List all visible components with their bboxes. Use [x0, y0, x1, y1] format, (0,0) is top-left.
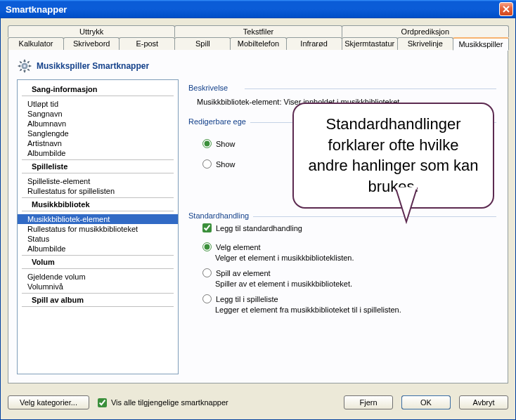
- tab-epost[interactable]: E-post: [119, 37, 175, 51]
- editable-radio-2[interactable]: [202, 159, 212, 169]
- clear-button[interactable]: Fjern: [344, 395, 393, 409]
- editable-radio-1-label: Show: [216, 140, 236, 148]
- tree-item[interactable]: Gjeldende volum: [18, 272, 178, 282]
- smartbutton-tree[interactable]: Sang-informasjonUtløpt tidSangnavnAlbumn…: [17, 79, 179, 374]
- defaultaction-opt1[interactable]: Velg element: [188, 240, 496, 254]
- titlebar: Smartknapper: [0, 0, 516, 18]
- defaultaction-opt3-desc: Legger et element fra musikkbiblioteket …: [188, 306, 496, 318]
- show-all-label: Vis alle tilgjengelige smartknapper: [111, 398, 228, 407]
- defaultaction-heading: Standardhandling: [188, 211, 496, 221]
- tree-item[interactable]: Utløpt tid: [18, 99, 178, 109]
- tab-infrarod[interactable]: Infrarød: [286, 37, 342, 51]
- defaultaction-opt2-title: Spill av element: [216, 269, 271, 277]
- tree-item[interactable]: Volumnivå: [18, 282, 178, 291]
- svg-point-1: [23, 65, 26, 67]
- tab-mobiltelefon[interactable]: Mobiltelefon: [230, 37, 286, 51]
- defaultaction-opt3[interactable]: Legg til i spilleliste: [188, 292, 496, 306]
- show-all-checkbox[interactable]: [98, 398, 107, 407]
- tab-ordprediksjon[interactable]: Ordprediksjon: [342, 25, 509, 37]
- help-callout-text: Standardhandlinger forklarer ofte hvilke…: [308, 115, 478, 195]
- defaultaction-opt2[interactable]: Spill av element: [188, 266, 496, 280]
- callout-tail-icon: [392, 188, 420, 223]
- defaultaction-checkbox[interactable]: [202, 223, 212, 232]
- tree-item[interactable]: Spilleliste-element: [18, 176, 178, 186]
- tab-skrivelinje[interactable]: Skrivelinje: [397, 37, 453, 51]
- tree-item[interactable]: Albumbilde: [18, 148, 178, 158]
- ok-button[interactable]: OK: [401, 395, 451, 409]
- tree-category: Sang-informasjon: [22, 83, 174, 96]
- cancel-button[interactable]: Avbryt: [459, 395, 508, 409]
- tree-category: Spilleliste: [22, 159, 174, 173]
- defaultaction-checkbox-label: Legg til standardhandling: [216, 224, 302, 232]
- show-all-toggle[interactable]: Vis alle tilgjengelige smartknapper: [98, 398, 228, 407]
- tree-item[interactable]: Artistnavn: [18, 138, 178, 148]
- tab-spill[interactable]: Spill: [174, 37, 231, 51]
- tab-row-2: Kalkulator Skrivebord E-post Spill Mobil…: [8, 37, 508, 51]
- defaultaction-opt1-desc: Velger et element i musikkbibliotekliste…: [188, 254, 496, 266]
- bottom-bar: Velg kategorier... Vis alle tilgjengelig…: [8, 393, 508, 412]
- defaultaction-radio-1[interactable]: [202, 242, 212, 251]
- tree-item[interactable]: Sanglengde: [18, 129, 178, 138]
- tab-strip: Uttrykk Tekstfiler Ordprediksjon Kalkula…: [8, 25, 508, 51]
- tab-skjermtastatur[interactable]: Skjermtastatur: [342, 37, 398, 51]
- tab-kalkulator[interactable]: Kalkulator: [8, 37, 64, 51]
- tab-tekstfiler[interactable]: Tekstfiler: [174, 25, 342, 37]
- defaultaction-opt1-title: Velg element: [216, 243, 261, 251]
- defaultaction-toggle[interactable]: Legg til standardhandling: [188, 221, 496, 235]
- tab-page: Musikkspiller Smartknapper Sang-informas…: [8, 50, 508, 383]
- gear-icon: [17, 58, 32, 74]
- tree-item[interactable]: Rullestatus for musikkbiblioteket: [18, 224, 178, 234]
- tree-item[interactable]: Albumnavn: [18, 119, 178, 129]
- page-title: Musikkspiller Smartknapper: [37, 61, 149, 71]
- tree-category: Spill av album: [22, 293, 174, 307]
- tab-row-1: Uttrykk Tekstfiler Ordprediksjon: [8, 25, 508, 37]
- tree-category: Volum: [22, 255, 174, 269]
- tree-item[interactable]: Status: [18, 234, 178, 244]
- tab-uttrykk[interactable]: Uttrykk: [8, 25, 175, 37]
- choose-categories-button[interactable]: Velg kategorier...: [8, 395, 89, 409]
- dialog-body: Uttrykk Tekstfiler Ordprediksjon Kalkula…: [0, 18, 516, 420]
- tree-item[interactable]: Albumbilde: [18, 244, 178, 254]
- defaultaction-opt2-desc: Spiller av et element i musikkbiblioteke…: [188, 280, 496, 292]
- editable-radio-1[interactable]: [202, 139, 212, 148]
- tree-item[interactable]: Musikkbibliotek-element: [18, 214, 178, 224]
- tab-skrivebord[interactable]: Skrivebord: [63, 37, 120, 51]
- help-callout: Standardhandlinger forklarer ofte hvilke…: [292, 103, 494, 209]
- description-heading: Beskrivelse: [188, 84, 496, 93]
- defaultaction-opt3-title: Legg til i spilleliste: [216, 295, 278, 303]
- close-button[interactable]: [499, 2, 513, 16]
- page-header: Musikkspiller Smartknapper: [17, 58, 499, 74]
- tab-musikkspiller[interactable]: Musikkspiller: [453, 37, 509, 51]
- close-icon: [503, 6, 510, 13]
- defaultaction-radio-3[interactable]: [202, 294, 212, 303]
- tree-item[interactable]: Sangnavn: [18, 109, 178, 119]
- tree-category: Musikkbibliotek: [22, 197, 174, 211]
- tree-item[interactable]: Rullestatus for spillelisten: [18, 186, 178, 196]
- editable-radio-2-label: Show: [216, 160, 236, 169]
- window-title: Smartknapper: [6, 4, 67, 15]
- defaultaction-radio-2[interactable]: [202, 268, 212, 277]
